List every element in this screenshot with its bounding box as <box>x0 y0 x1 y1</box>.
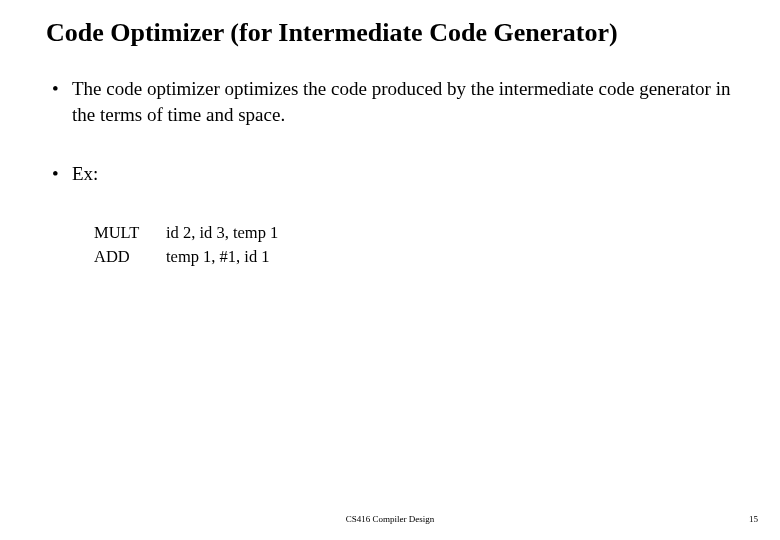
slide-title: Code Optimizer (for Intermediate Code Ge… <box>46 18 752 48</box>
bullet-item: The code optimizer optimizes the code pr… <box>52 76 752 127</box>
bullet-item: Ex: <box>52 161 752 187</box>
code-block: MULT id 2, id 3, temp 1 ADD temp 1, #1, … <box>94 221 752 269</box>
code-args: id 2, id 3, temp 1 <box>166 221 278 245</box>
footer-center: CS416 Compiler Design <box>346 514 435 524</box>
code-op: MULT <box>94 221 166 245</box>
code-row: ADD temp 1, #1, id 1 <box>94 245 752 269</box>
page-number: 15 <box>749 514 758 524</box>
code-op: ADD <box>94 245 166 269</box>
bullet-list: The code optimizer optimizes the code pr… <box>28 76 752 187</box>
bullet-text: Ex: <box>72 163 98 184</box>
bullet-text: The code optimizer optimizes the code pr… <box>72 78 730 125</box>
code-row: MULT id 2, id 3, temp 1 <box>94 221 752 245</box>
code-args: temp 1, #1, id 1 <box>166 245 270 269</box>
slide: Code Optimizer (for Intermediate Code Ge… <box>0 0 780 540</box>
